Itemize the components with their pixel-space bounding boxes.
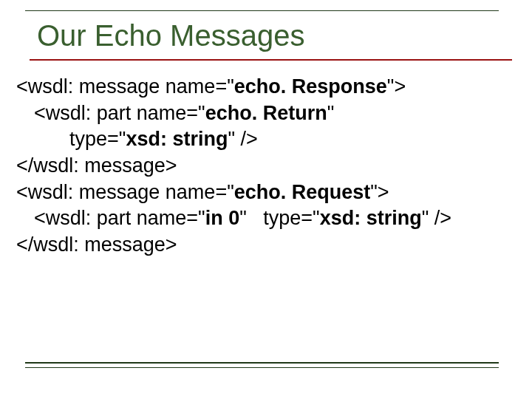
code-line: <wsdl: message name="echo. Response"> — [16, 74, 516, 100]
code-text: </wsdl: message> — [16, 233, 177, 256]
title-underline — [30, 59, 512, 61]
code-line: type="xsd: string" /> — [16, 126, 516, 153]
code-text: <wsdl: part name=" — [34, 102, 205, 124]
code-text: "> — [387, 75, 406, 98]
page-title: Our Echo Messages — [37, 18, 516, 53]
code-line: </wsdl: message> — [16, 232, 516, 259]
title-wrap: Our Echo Messages — [16, 13, 516, 58]
code-text: " /> — [228, 128, 257, 150]
code-line: <wsdl: part name="in 0" type="xsd: strin… — [16, 205, 516, 232]
code-text: " /> — [422, 207, 451, 229]
slide: Our Echo Messages <wsdl: message name="e… — [0, 0, 532, 399]
bottom-rule-thin — [25, 367, 499, 368]
code-bold: echo. Return — [205, 102, 327, 124]
top-rule — [25, 10, 499, 11]
code-text: " — [327, 102, 335, 124]
code-block: <wsdl: message name="echo. Response"> <w… — [16, 74, 516, 258]
code-text: </wsdl: message> — [16, 154, 177, 177]
code-bold: echo. Request — [234, 181, 371, 203]
bottom-rule-thick — [25, 362, 499, 364]
code-bold: xsd: string — [320, 207, 422, 229]
code-bold: in 0 — [205, 207, 240, 229]
code-text: <wsdl: message name=" — [16, 75, 234, 98]
code-bold: xsd: string — [126, 128, 228, 150]
code-bold: echo. Response — [234, 75, 387, 98]
code-text: type=" — [69, 128, 126, 150]
code-text: "> — [370, 181, 389, 203]
code-line: <wsdl: message name="echo. Request"> — [16, 180, 516, 206]
code-line: </wsdl: message> — [16, 153, 516, 180]
code-text: <wsdl: part name=" — [34, 207, 205, 229]
code-line: <wsdl: part name="echo. Return" — [16, 100, 516, 127]
code-text: " type=" — [239, 207, 319, 229]
code-text: <wsdl: message name=" — [16, 181, 234, 203]
